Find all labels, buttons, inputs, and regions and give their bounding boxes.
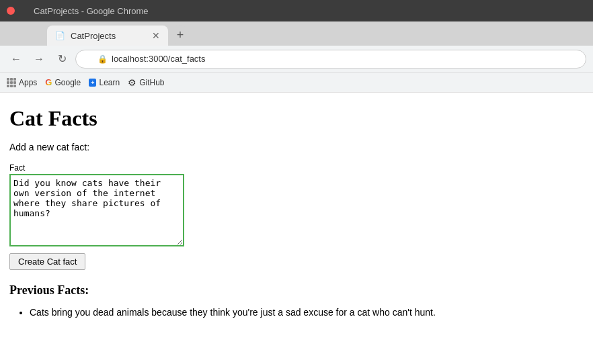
tab-bar: 📄 CatProjects ✕ +	[0, 21, 593, 46]
fact-field-label: Fact	[9, 163, 580, 173]
create-cat-fact-button[interactable]: Create Cat fact	[9, 253, 85, 270]
bookmark-apps[interactable]: Apps	[7, 78, 37, 87]
tab-close-button[interactable]: ✕	[152, 30, 160, 41]
address-bar[interactable]: 🔒 localhost:3000/cat_facts	[75, 50, 586, 69]
forward-button[interactable]: →	[30, 50, 48, 69]
add-fact-label: Add a new cat fact:	[9, 142, 580, 152]
learn-icon: +	[89, 79, 96, 87]
bookmark-google[interactable]: G Google	[45, 77, 81, 87]
previous-facts-title: Previous Facts:	[9, 283, 580, 298]
tab-page-icon: 📄	[55, 31, 65, 40]
bookmark-github-label: GitHub	[139, 78, 164, 87]
fact-list-item: Cats bring you dead animals because they…	[30, 306, 580, 320]
fact-textarea[interactable]: Did you know cats have their own version…	[9, 174, 184, 246]
google-g-icon: G	[45, 77, 52, 87]
github-icon: ⚙	[128, 77, 136, 88]
facts-list: Cats bring you dead animals because they…	[9, 306, 580, 320]
close-dot[interactable]	[7, 7, 15, 15]
bookmark-github[interactable]: ⚙ GitHub	[128, 77, 164, 88]
url-text: localhost:3000/cat_facts	[112, 54, 205, 64]
bookmark-google-label: Google	[54, 78, 81, 87]
page-title: Cat Facts	[9, 106, 580, 131]
bookmark-apps-label: Apps	[19, 78, 37, 87]
browser-title: CatProjects - Google Chrome	[34, 6, 149, 16]
page-content: Cat Facts Add a new cat fact: Fact Did y…	[0, 93, 593, 333]
back-button[interactable]: ←	[7, 50, 26, 69]
lock-icon: 🔒	[97, 54, 108, 64]
apps-grid-icon	[7, 78, 16, 87]
active-tab[interactable]: 📄 CatProjects ✕	[47, 26, 168, 46]
bookmarks-bar: Apps G Google + Learn ⚙ GitHub	[0, 73, 593, 93]
new-tab-button[interactable]: +	[171, 26, 190, 44]
bookmark-learn[interactable]: + Learn	[89, 78, 120, 87]
tab-label: CatProjects	[71, 31, 116, 41]
browser-title-bar: CatProjects - Google Chrome	[0, 0, 593, 21]
refresh-button[interactable]: ↻	[52, 50, 71, 69]
browser-toolbar: ← → ↻ 🔒 localhost:3000/cat_facts	[0, 46, 593, 73]
bookmark-learn-label: Learn	[99, 78, 120, 87]
